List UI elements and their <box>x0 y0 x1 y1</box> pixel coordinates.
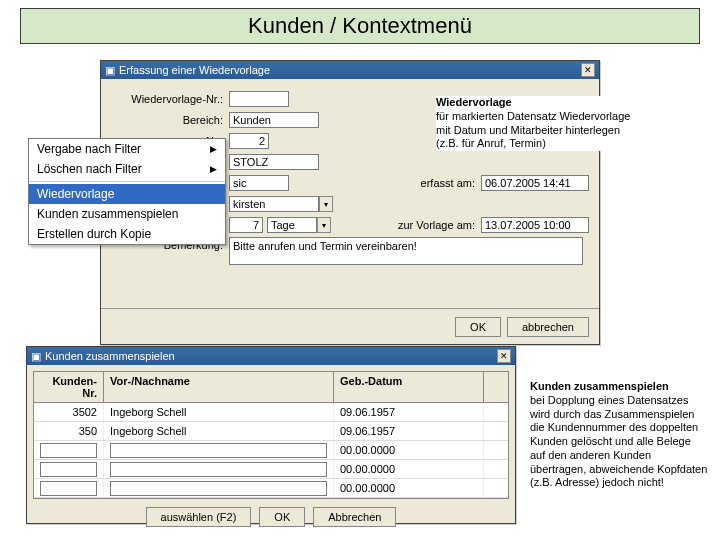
v-fuer: kirsten <box>233 198 265 210</box>
cell: 3502 <box>73 406 97 418</box>
cancel-button[interactable]: abbrechen <box>507 317 589 337</box>
dialog-zusammenspielen: ▣ Kunden zusammenspielen ✕ Kunden-Nr. Vo… <box>26 346 516 524</box>
mi-label: Erstellen durch Kopie <box>37 227 151 241</box>
window-title: Erfassung einer Wiedervorlage <box>119 64 270 76</box>
mi-label: Kunden zusammenspielen <box>37 207 178 221</box>
close-icon[interactable]: ✕ <box>497 349 511 363</box>
table-header: Kunden-Nr. Vor-/Nachname Geb.-Datum <box>34 372 508 403</box>
menu-item-zusammenspielen[interactable]: Kunden zusammenspielen <box>29 204 225 224</box>
app-icon: ▣ <box>105 64 115 77</box>
field-nr[interactable]: 2 <box>229 133 269 149</box>
ok-button[interactable]: OK <box>259 507 305 527</box>
titlebar[interactable]: ▣ Erfassung einer Wiedervorlage ✕ <box>101 61 599 79</box>
cell: 00.00.0000 <box>340 482 395 494</box>
cell: 09.06.1957 <box>340 425 395 437</box>
mi-label: Wiedervorlage <box>37 187 114 201</box>
note-title: Kunden zusammenspielen <box>530 380 708 394</box>
col-name: Vor-/Nachname <box>104 372 334 402</box>
app-icon: ▣ <box>31 350 41 363</box>
field-zeit-u[interactable]: Tage <box>267 217 317 233</box>
cell: 350 <box>79 425 97 437</box>
submenu-arrow-icon: ▶ <box>210 164 217 174</box>
name-input[interactable] <box>110 481 327 496</box>
note-zusammenspielen: Kunden zusammenspielen bei Dopplung eine… <box>530 380 708 490</box>
slide-title: Kunden / Kontextmenü <box>20 8 700 44</box>
col-nr: Kunden-Nr. <box>34 372 104 402</box>
v-erfam: 06.07.2005 14:41 <box>485 177 571 189</box>
menu-item-vergabe[interactable]: Vergabe nach Filter▶ <box>29 139 225 159</box>
cell: 09.06.1957 <box>340 406 395 418</box>
submenu-arrow-icon: ▶ <box>210 144 217 154</box>
table-row[interactable]: 00.00.0000 <box>34 460 508 479</box>
v-zur: 13.07.2005 10:00 <box>485 219 571 231</box>
cell: Ingeborg Schell <box>110 425 186 437</box>
note-title: Wiedervorlage <box>436 96 632 110</box>
menu-item-wiedervorlage[interactable]: Wiedervorlage <box>29 184 225 204</box>
abbrechen-button[interactable]: Abbrechen <box>313 507 396 527</box>
table-row[interactable]: 00.00.0000 <box>34 441 508 460</box>
ok-button[interactable]: OK <box>455 317 501 337</box>
chevron-down-icon[interactable]: ▾ <box>319 196 333 212</box>
v-kurz: STOLZ <box>233 156 268 168</box>
table-row[interactable]: 00.00.0000 <box>34 479 508 498</box>
nr-input[interactable] <box>40 443 97 458</box>
menu-item-kopie[interactable]: Erstellen durch Kopie <box>29 224 225 244</box>
btn-label: Abbrechen <box>328 511 381 523</box>
customer-table: Kunden-Nr. Vor-/Nachname Geb.-Datum 3502… <box>33 371 509 499</box>
label-zur: zur Vorlage am: <box>391 219 481 231</box>
chevron-down-icon[interactable]: ▾ <box>317 217 331 233</box>
field-wdv-nr <box>229 91 289 107</box>
table-row[interactable]: 350 Ingeborg Schell 09.06.1957 <box>34 422 508 441</box>
cancel-label: abbrechen <box>522 321 574 333</box>
field-erfdurch[interactable]: sic <box>229 175 289 191</box>
titlebar[interactable]: ▣ Kunden zusammenspielen ✕ <box>27 347 515 365</box>
field-zur[interactable]: 13.07.2005 10:00 <box>481 217 589 233</box>
btn-label: auswählen (F2) <box>161 511 237 523</box>
slide-title-text: Kunden / Kontextmenü <box>248 13 472 39</box>
window-title: Kunden zusammenspielen <box>45 350 175 362</box>
v-bem: Bitte anrufen und Termin vereinbaren! <box>233 240 417 252</box>
col-dat: Geb.-Datum <box>334 372 484 402</box>
field-bereich[interactable]: Kunden <box>229 112 319 128</box>
nr-input[interactable] <box>40 481 97 496</box>
v-zeit-n: 7 <box>253 219 259 231</box>
label-wdv-nr: Wiedervorlage-Nr.: <box>111 93 229 105</box>
note-body: bei Dopplung eines Datensatzes wird durc… <box>530 394 708 490</box>
v-zeit-u: Tage <box>271 219 295 231</box>
name-input[interactable] <box>110 462 327 477</box>
note-wiedervorlage: Wiedervorlage für markierten Datensatz W… <box>436 96 632 151</box>
field-kurz[interactable]: STOLZ <box>229 154 319 170</box>
field-erfam: 06.07.2005 14:41 <box>481 175 589 191</box>
cell: Ingeborg Schell <box>110 406 186 418</box>
nr-input[interactable] <box>40 462 97 477</box>
label-bereich: Bereich: <box>111 114 229 126</box>
cell: 00.00.0000 <box>340 463 395 475</box>
field-bem[interactable]: Bitte anrufen und Termin vereinbaren! <box>229 237 583 265</box>
ok-label: OK <box>470 321 486 333</box>
auswaehlen-button[interactable]: auswählen (F2) <box>146 507 252 527</box>
name-input[interactable] <box>110 443 327 458</box>
mi-label: Löschen nach Filter <box>37 162 142 176</box>
menu-item-loeschen[interactable]: Löschen nach Filter▶ <box>29 159 225 179</box>
table-row[interactable]: 3502 Ingeborg Schell 09.06.1957 <box>34 403 508 422</box>
field-zeit-n[interactable]: 7 <box>229 217 263 233</box>
note-body: für markierten Datensatz Wiedervorlage m… <box>436 110 632 151</box>
btn-label: OK <box>274 511 290 523</box>
v-bereich: Kunden <box>233 114 271 126</box>
menu-separator <box>29 181 225 182</box>
context-menu: Vergabe nach Filter▶ Löschen nach Filter… <box>28 138 226 245</box>
close-icon[interactable]: ✕ <box>581 63 595 77</box>
v-nr: 2 <box>259 135 265 147</box>
field-fuer[interactable]: kirsten <box>229 196 319 212</box>
mi-label: Vergabe nach Filter <box>37 142 141 156</box>
label-erfam: erfasst am: <box>411 177 481 189</box>
v-erfdurch: sic <box>233 177 246 189</box>
cell: 00.00.0000 <box>340 444 395 456</box>
